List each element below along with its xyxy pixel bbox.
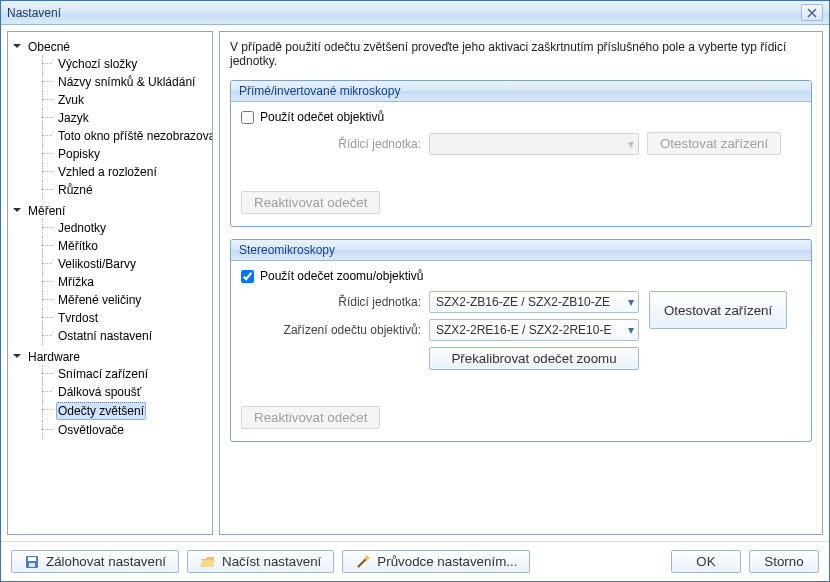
- close-icon: [807, 8, 817, 18]
- folder-open-icon: [200, 554, 216, 570]
- control-unit-label: Řídicí jednotka:: [241, 295, 421, 309]
- window-title: Nastavení: [7, 6, 801, 20]
- tree-cat-label: Hardware: [26, 349, 82, 365]
- content-pane: V případě použití odečtu zvětšení proveď…: [219, 31, 823, 535]
- tree-item[interactable]: Vzhled a rozložení: [42, 163, 210, 181]
- tree-item[interactable]: Mřížka: [42, 273, 210, 291]
- svg-rect-2: [29, 563, 35, 567]
- tree-item[interactable]: Snímací zařízení: [42, 365, 210, 383]
- group-header: Přímé/invertované mikroskopy: [231, 81, 811, 102]
- tree-item-selected[interactable]: Odečty zvětšení: [42, 401, 210, 421]
- tree-item[interactable]: Jednotky: [42, 219, 210, 237]
- tree-item[interactable]: Osvětlovače: [42, 421, 210, 439]
- lens-device-label: Zařízení odečtu objektivů:: [241, 323, 421, 337]
- select-value: SZX2-2RE16-E / SZX2-2RE10-E: [436, 323, 611, 337]
- close-button[interactable]: [801, 4, 823, 21]
- reactivate-readout-button: Reaktivovat odečet: [241, 406, 380, 429]
- tree-item[interactable]: Dálková spoušť: [42, 383, 210, 401]
- chevron-down-icon: ▾: [628, 137, 634, 151]
- tree-cat-hardware[interactable]: Hardware Snímací zařízení Dálková spoušť…: [12, 348, 210, 440]
- tree-item[interactable]: Toto okno příště nezobrazovat...: [42, 127, 210, 145]
- test-device-button[interactable]: Otestovat zařízení: [649, 291, 787, 329]
- tree-item[interactable]: Měřené veličiny: [42, 291, 210, 309]
- tree-item[interactable]: Velikosti/Barvy: [42, 255, 210, 273]
- save-icon: [24, 554, 40, 570]
- control-unit-select[interactable]: SZX2-ZB16-ZE / SZX2-ZB10-ZE ▾: [429, 291, 639, 313]
- body: Obecné Výchozí složky Názvy snímků & Ukl…: [1, 25, 829, 541]
- collapse-icon[interactable]: [12, 205, 22, 215]
- tree-item[interactable]: Měřítko: [42, 237, 210, 255]
- tree-item[interactable]: Různé: [42, 181, 210, 199]
- reactivate-readout-button: Reaktivovat odečet: [241, 191, 380, 214]
- setup-wizard-button[interactable]: Průvodce nastavením...: [342, 550, 530, 573]
- checkbox[interactable]: [241, 270, 254, 283]
- control-unit-label: Řídicí jednotka:: [241, 137, 421, 151]
- titlebar: Nastavení: [1, 1, 829, 25]
- lens-device-select[interactable]: SZX2-2RE16-E / SZX2-2RE10-E ▾: [429, 319, 639, 341]
- group-upright-inverted: Přímé/invertované mikroskopy Použít odeč…: [230, 80, 812, 227]
- tree-item[interactable]: Názvy snímků & Ukládání: [42, 73, 210, 91]
- collapse-icon[interactable]: [12, 351, 22, 361]
- settings-window: Nastavení Obecné Výchozí složky Názvy sn…: [0, 0, 830, 582]
- tree-item[interactable]: Popisky: [42, 145, 210, 163]
- checkbox[interactable]: [241, 111, 254, 124]
- checkbox-label: Použít odečet objektivů: [260, 110, 384, 124]
- tree-item[interactable]: Ostatní nastavení: [42, 327, 210, 345]
- use-zoom-lens-readout-checkbox[interactable]: Použít odečet zoomu/objektivů: [241, 269, 801, 283]
- wand-icon: [355, 554, 371, 570]
- tree-cat-label: Obecné: [26, 39, 72, 55]
- tree-item[interactable]: Zvuk: [42, 91, 210, 109]
- chevron-down-icon: ▾: [628, 295, 634, 309]
- use-lens-readout-checkbox[interactable]: Použít odečet objektivů: [241, 110, 801, 124]
- tree-item[interactable]: Výchozí složky: [42, 55, 210, 73]
- checkbox-label: Použít odečet zoomu/objektivů: [260, 269, 423, 283]
- tree-cat-mereni[interactable]: Měření Jednotky Měřítko Velikosti/Barvy …: [12, 202, 210, 346]
- tree-item[interactable]: Jazyk: [42, 109, 210, 127]
- tree-item[interactable]: Tvrdost: [42, 309, 210, 327]
- select-value: SZX2-ZB16-ZE / SZX2-ZB10-ZE: [436, 295, 610, 309]
- ok-button[interactable]: OK: [671, 550, 741, 573]
- chevron-down-icon: ▾: [628, 323, 634, 337]
- tree-cat-label: Měření: [26, 203, 67, 219]
- collapse-icon[interactable]: [12, 41, 22, 51]
- bottom-bar: Zálohovat nastavení Načíst nastavení Prů…: [1, 541, 829, 581]
- nav-tree[interactable]: Obecné Výchozí složky Názvy snímků & Ukl…: [7, 31, 213, 535]
- backup-settings-button[interactable]: Zálohovat nastavení: [11, 550, 179, 573]
- recalibrate-zoom-button[interactable]: Překalibrovat odečet zoomu: [429, 347, 639, 370]
- svg-rect-1: [28, 557, 36, 561]
- group-stereo: Stereomikroskopy Použít odečet zoomu/obj…: [230, 239, 812, 442]
- cancel-button[interactable]: Storno: [749, 550, 819, 573]
- group-header: Stereomikroskopy: [231, 240, 811, 261]
- tree-cat-obecne[interactable]: Obecné Výchozí složky Názvy snímků & Ukl…: [12, 38, 210, 200]
- control-unit-select: ▾: [429, 133, 639, 155]
- load-settings-button[interactable]: Načíst nastavení: [187, 550, 334, 573]
- intro-text: V případě použití odečtu zvětšení proveď…: [230, 40, 812, 68]
- test-device-button: Otestovat zařízení: [647, 132, 781, 155]
